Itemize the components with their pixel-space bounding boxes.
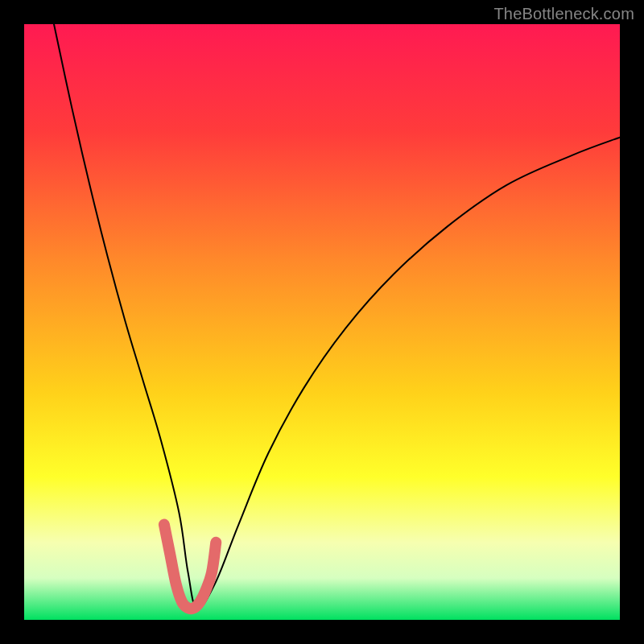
- bottleneck-chart: [24, 24, 620, 620]
- chart-frame: [24, 24, 620, 620]
- watermark-text: TheBottleneck.com: [493, 5, 634, 23]
- gradient-background: [24, 24, 620, 620]
